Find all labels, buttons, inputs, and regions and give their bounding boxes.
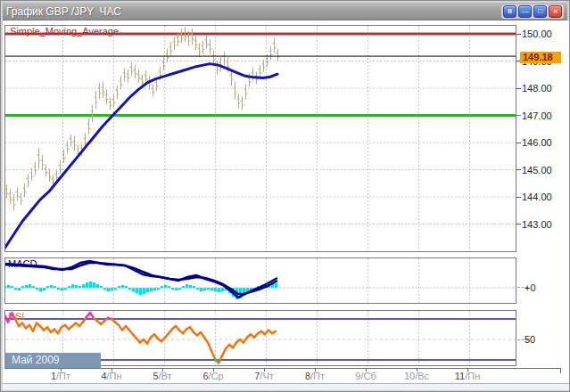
price-tick	[516, 197, 521, 198]
macd-zero-label: +0	[525, 282, 536, 293]
maximize-button[interactable]: □	[533, 5, 547, 18]
window-controls: II — □ ×	[501, 4, 564, 19]
price-tick-label: 148.00	[522, 83, 565, 94]
rsi-indicator-label: RSI	[8, 311, 24, 322]
price-tick	[516, 143, 521, 143]
date-tick-label: 1/Пт	[51, 371, 70, 381]
price-tick	[516, 115, 521, 116]
date-tick-label: 5/Вт	[153, 371, 171, 381]
chart-window: График GBP /JPY ЧАС II — □ × Simple_Movi…	[0, 0, 570, 392]
macd-indicator-label: MACD	[8, 258, 37, 269]
date-tick-label: 8/Пт	[305, 371, 325, 381]
date-tick-label: 10/Вс	[404, 371, 429, 381]
bottom-strip	[3, 383, 569, 390]
price-tick	[516, 34, 521, 35]
price-tick-label: 144.00	[522, 192, 565, 202]
title-bar[interactable]: График GBP /JPY ЧАС II — □ ×	[3, 3, 567, 20]
minimize-icon: —	[521, 6, 528, 17]
price-tick-label: 147.00	[522, 110, 565, 121]
pause-button[interactable]: II	[503, 5, 516, 18]
price-tick	[516, 169, 521, 170]
date-tick-label: 4/Пн	[101, 371, 121, 381]
current-price-chip: 149.18	[520, 52, 561, 63]
price-tick-label: 146.00	[522, 137, 565, 148]
price-tick-label: 143.00	[522, 219, 565, 230]
time-axis-end-tick	[560, 368, 561, 373]
price-tick	[516, 224, 521, 225]
main-chart-canvas[interactable]	[4, 25, 516, 252]
date-tick-label: 7/Чт	[254, 371, 274, 381]
close-icon: ×	[553, 6, 558, 17]
maximize-icon: □	[538, 6, 542, 17]
pause-icon: II	[508, 6, 512, 17]
date-tick-label: 9/Сб	[355, 371, 376, 381]
price-tick-label: 145.00	[522, 165, 565, 176]
minimize-button[interactable]: —	[518, 5, 532, 18]
month-label: Май 2009	[4, 353, 101, 368]
sma-indicator-label: Simple_Moving_Average	[10, 26, 119, 37]
chart-client-area: Simple_Moving_Average MACD RSI Май 2009 …	[3, 20, 569, 390]
date-tick-label: 11/Пн	[455, 371, 480, 381]
close-button[interactable]: ×	[549, 5, 562, 18]
time-axis-line	[4, 368, 561, 369]
window-title: График GBP /JPY ЧАС	[6, 5, 121, 18]
price-tick-label: 150.00	[522, 29, 565, 39]
rsi-mid-label: 50	[525, 334, 535, 345]
date-tick-label: 6/Ср	[202, 371, 223, 381]
price-tick	[516, 88, 521, 89]
macd-canvas[interactable]	[4, 257, 516, 304]
